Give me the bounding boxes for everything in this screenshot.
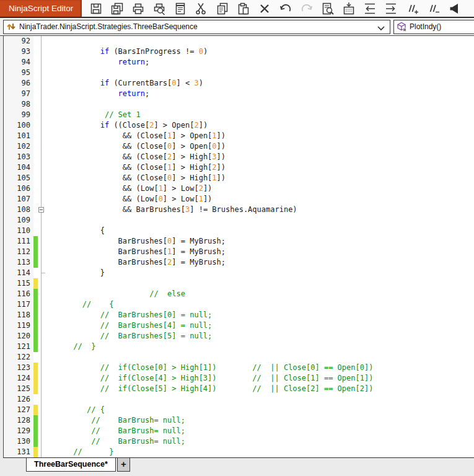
- code-line[interactable]: 110 {: [4, 226, 474, 236]
- code-snippet-icon[interactable]: [342, 2, 356, 15]
- code-text[interactable]: BarBrushes[2] = MyBrush;: [45, 257, 474, 268]
- code-line[interactable]: 121 // }: [4, 342, 474, 352]
- code-line[interactable]: 130 // BarBrush= null;: [4, 436, 474, 447]
- save-icon[interactable]: [89, 2, 103, 15]
- code-text[interactable]: [45, 36, 474, 46]
- print-icon[interactable]: [131, 2, 145, 15]
- code-line[interactable]: 111 BarBrushes[0] = MyBrush;: [4, 236, 474, 247]
- code-line[interactable]: 112 BarBrushes[1] = MyBrush;: [4, 247, 474, 257]
- code-text[interactable]: // {: [45, 299, 474, 310]
- member-dropdown[interactable]: PlotIndy(): [393, 20, 474, 34]
- code-line[interactable]: 118 // BarBrushes[0] = null;: [4, 310, 474, 320]
- code-line[interactable]: 106 && (Low[1] > Low[2]): [4, 183, 474, 194]
- code-line[interactable]: 103 && (Close[2] > High[3]): [4, 152, 474, 162]
- code-text[interactable]: && BarBrushes[3] != Brushes.Aquamarine): [45, 205, 474, 215]
- outdent-icon[interactable]: [363, 2, 377, 15]
- comment-selection-icon[interactable]: [405, 2, 419, 15]
- code-text[interactable]: BarBrushes[1] = MyBrush;: [45, 247, 474, 257]
- code-text[interactable]: && (Close[1] > High[2]): [45, 162, 474, 173]
- code-text[interactable]: && (Low[0] > Low[1]): [45, 194, 474, 205]
- code-line[interactable]: 108 && BarBrushes[3] != Brushes.Aquamari…: [4, 205, 474, 215]
- code-line[interactable]: 94 return;: [4, 57, 474, 68]
- paste-icon[interactable]: [237, 2, 250, 15]
- code-text[interactable]: // BarBrushes[4] = null;: [45, 320, 474, 331]
- code-text[interactable]: return;: [45, 57, 474, 68]
- delete-icon[interactable]: [258, 2, 271, 15]
- code-line[interactable]: 120 // BarBrushes[5] = null;: [4, 331, 474, 342]
- code-line[interactable]: 93 if (BarsInProgress != 0): [4, 46, 474, 57]
- code-text[interactable]: // BarBrush= null;: [45, 415, 474, 426]
- code-text[interactable]: [45, 68, 474, 78]
- code-line[interactable]: 114 }: [4, 268, 474, 278]
- code-line[interactable]: 96 if (CurrentBars[0] < 3): [4, 78, 474, 89]
- code-line[interactable]: 104 && (Close[1] > High[2]): [4, 162, 474, 173]
- code-line[interactable]: 101 && (Close[1] > Open[1]): [4, 131, 474, 141]
- print-preview-icon[interactable]: [152, 2, 166, 15]
- code-line[interactable]: 97 return;: [4, 89, 474, 99]
- tab-threebarsequence[interactable]: ThreeBarSequence*: [26, 458, 116, 472]
- indent-icon[interactable]: [384, 2, 398, 15]
- code-line[interactable]: 95: [4, 68, 474, 78]
- copy-icon[interactable]: [216, 2, 229, 15]
- code-text[interactable]: // }: [45, 342, 474, 352]
- code-text[interactable]: // BarBrushes[0] = null;: [45, 310, 474, 320]
- collapse-region-icon[interactable]: [38, 207, 44, 213]
- code-line[interactable]: 107 && (Low[0] > Low[1]): [4, 194, 474, 205]
- code-line[interactable]: 100 if ((Close[2] > Open[2]): [4, 120, 474, 131]
- cut-icon[interactable]: [195, 2, 208, 15]
- chevron-down-icon[interactable]: [377, 24, 385, 29]
- code-text[interactable]: && (Close[0] > Open[0]): [45, 141, 474, 152]
- code-line[interactable]: 92: [4, 36, 474, 46]
- code-text[interactable]: return;: [45, 89, 474, 99]
- code-text[interactable]: // BarBrush= null;: [45, 436, 474, 447]
- code-text[interactable]: && (Close[1] > Open[1]): [45, 131, 474, 141]
- code-line[interactable]: 125 // if(Close[5] > High[4]) // || Clos…: [4, 384, 474, 394]
- code-line[interactable]: 115: [4, 278, 474, 289]
- code-line[interactable]: 119 // BarBrushes[4] = null;: [4, 320, 474, 331]
- code-line[interactable]: 124 // if(Close[4] > High[3]) // || Clos…: [4, 373, 474, 384]
- code-text[interactable]: // BarBrushes[5] = null;: [45, 331, 474, 342]
- code-text[interactable]: BarBrushes[0] = MyBrush;: [45, 236, 474, 247]
- code-text[interactable]: [45, 352, 474, 363]
- code-line[interactable]: 127 // {: [4, 405, 474, 415]
- code-line[interactable]: 116 // else: [4, 289, 474, 299]
- code-text[interactable]: && (Close[2] > High[3]): [45, 152, 474, 162]
- code-line[interactable]: 117 // {: [4, 299, 474, 310]
- code-line[interactable]: 99 // Set 1: [4, 110, 474, 120]
- code-text[interactable]: [45, 99, 474, 110]
- save-all-icon[interactable]: [110, 2, 124, 15]
- uncomment-selection-icon[interactable]: [426, 2, 440, 15]
- code-text[interactable]: if ((Close[2] > Open[2]): [45, 120, 474, 131]
- code-line[interactable]: 102 && (Close[0] > Open[0]): [4, 141, 474, 152]
- find-icon[interactable]: [321, 2, 335, 15]
- code-text[interactable]: {: [45, 226, 474, 236]
- code-line[interactable]: 131 // }: [4, 447, 474, 457]
- code-text[interactable]: // if(Close[5] > High[4]) // || Close[2]…: [45, 384, 474, 394]
- code-text[interactable]: && (Low[1] > Low[2]): [45, 183, 474, 194]
- undo-icon[interactable]: [279, 2, 292, 15]
- class-dropdown[interactable]: NinjaTrader.NinjaScript.Strategies.Three…: [3, 20, 390, 34]
- code-text[interactable]: // Set 1: [45, 110, 474, 120]
- code-text[interactable]: // if(Close[4] > High[3]) // || Close[1]…: [45, 373, 474, 384]
- code-text[interactable]: if (CurrentBars[0] < 3): [45, 78, 474, 89]
- code-text[interactable]: // if(Close[0] > High[1]) // || Close[0]…: [45, 363, 474, 373]
- code-editor[interactable]: 9293 if (BarsInProgress != 0)94 return;9…: [3, 36, 474, 458]
- code-text[interactable]: // BarBrush= null;: [45, 426, 474, 436]
- code-line[interactable]: 109: [4, 215, 474, 226]
- code-text[interactable]: [45, 215, 474, 226]
- code-text[interactable]: [45, 394, 474, 405]
- document-icon[interactable]: [173, 2, 187, 15]
- code-text[interactable]: }: [45, 268, 474, 278]
- new-tab-button[interactable]: +: [117, 458, 130, 472]
- code-text[interactable]: && (Close[0] > High[1]): [45, 173, 474, 183]
- compile-icon[interactable]: [447, 2, 461, 15]
- code-line[interactable]: 123 // if(Close[0] > High[1]) // || Clos…: [4, 363, 474, 373]
- code-line[interactable]: 113 BarBrushes[2] = MyBrush;: [4, 257, 474, 268]
- code-text[interactable]: // else: [45, 289, 474, 299]
- code-line[interactable]: 129 // BarBrush= null;: [4, 426, 474, 436]
- code-line[interactable]: 105 && (Close[0] > High[1]): [4, 173, 474, 183]
- code-line[interactable]: 122: [4, 352, 474, 363]
- code-text[interactable]: // }: [45, 447, 474, 457]
- code-line[interactable]: 128 // BarBrush= null;: [4, 415, 474, 426]
- code-line[interactable]: 98: [4, 99, 474, 110]
